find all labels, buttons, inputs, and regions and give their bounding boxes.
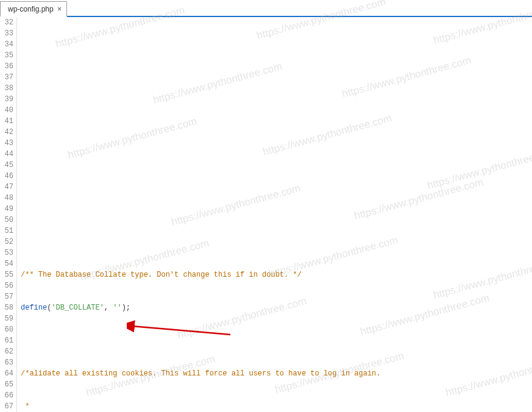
line-number: 55 bbox=[0, 269, 13, 280]
code-comment: * bbox=[21, 402, 29, 411]
line-number: 41 bbox=[0, 116, 13, 127]
code-token: 'DB_COLLATE' bbox=[51, 304, 104, 312]
line-number: 63 bbox=[0, 357, 13, 368]
line-number: 65 bbox=[0, 379, 13, 390]
line-number-gutter: 3233343536373839404142434445464748495051… bbox=[0, 17, 17, 412]
line-number: 64 bbox=[0, 368, 13, 379]
line-number: 37 bbox=[0, 72, 13, 83]
line-number: 46 bbox=[0, 171, 13, 182]
watermark: https://www.pythonthree.com bbox=[170, 183, 302, 228]
line-number: 40 bbox=[0, 105, 13, 116]
watermark: https://www.pythonthree.com bbox=[341, 55, 472, 100]
watermark: https://www.pythonthree.com bbox=[66, 116, 198, 161]
code-token: ); bbox=[122, 304, 130, 312]
watermark: https://www.pythonthree.com bbox=[261, 113, 393, 158]
tab-bar: wp-config.php × bbox=[0, 0, 532, 17]
line-number: 32 bbox=[0, 17, 13, 28]
line-number: 59 bbox=[0, 313, 13, 324]
line-number: 48 bbox=[0, 193, 13, 204]
line-number: 42 bbox=[0, 127, 13, 138]
line-number: 33 bbox=[0, 28, 13, 39]
line-number: 44 bbox=[0, 149, 13, 160]
close-icon[interactable]: × bbox=[57, 5, 62, 13]
line-number: 52 bbox=[0, 236, 13, 247]
line-number: 57 bbox=[0, 291, 13, 302]
file-tab[interactable]: wp-config.php × bbox=[0, 1, 67, 17]
line-number: 36 bbox=[0, 61, 13, 72]
watermark: https://www.pythonthree.com bbox=[353, 177, 484, 222]
line-number: 53 bbox=[0, 247, 13, 258]
line-number: 34 bbox=[0, 39, 13, 50]
line-number: 66 bbox=[0, 390, 13, 401]
code-token: '' bbox=[113, 304, 121, 312]
line-number: 47 bbox=[0, 182, 13, 193]
line-number: 62 bbox=[0, 346, 13, 357]
tab-filename: wp-config.php bbox=[8, 5, 54, 13]
code-area[interactable]: https://www.pythonthree.com https://www.… bbox=[17, 17, 532, 412]
line-number: 54 bbox=[0, 258, 13, 269]
code-comment: /** The Database Collate type. Don't cha… bbox=[21, 271, 302, 279]
line-number: 56 bbox=[0, 280, 13, 291]
line-number: 35 bbox=[0, 50, 13, 61]
line-number: 38 bbox=[0, 83, 13, 94]
line-number: 51 bbox=[0, 226, 13, 236]
code-editor[interactable]: 3233343536373839404142434445464748495051… bbox=[0, 17, 532, 412]
watermark: https://www.pythonthree.com bbox=[359, 293, 491, 338]
line-number: 67 bbox=[0, 401, 13, 412]
watermark: https://www.pythonthree.com bbox=[152, 61, 283, 106]
line-number: 61 bbox=[0, 335, 13, 346]
line-number: 60 bbox=[0, 324, 13, 335]
line-number: 43 bbox=[0, 138, 13, 149]
code-token: define bbox=[21, 304, 47, 312]
line-number: 49 bbox=[0, 204, 13, 215]
watermark: https://www.pythonthree.com bbox=[426, 146, 532, 191]
svg-line-0 bbox=[132, 326, 230, 335]
line-number: 58 bbox=[0, 302, 13, 313]
line-number: 50 bbox=[0, 215, 13, 226]
code-comment: /*alidate all existing cookies. This wil… bbox=[21, 369, 381, 378]
line-number: 39 bbox=[0, 94, 13, 105]
line-number: 45 bbox=[0, 160, 13, 171]
